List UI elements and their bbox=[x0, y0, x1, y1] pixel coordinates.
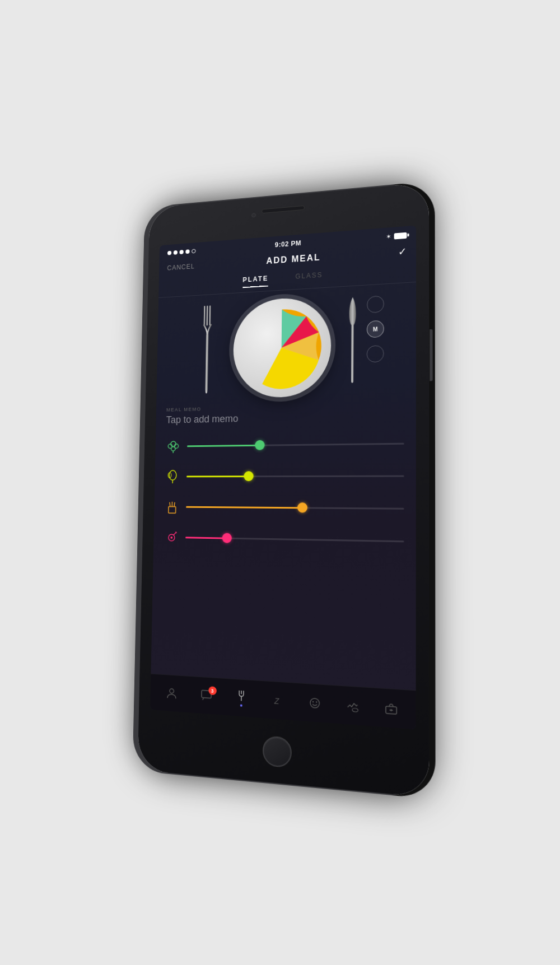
battery-icon bbox=[394, 232, 407, 239]
svg-rect-1 bbox=[207, 305, 208, 325]
pie-chart bbox=[238, 301, 326, 393]
plate-section: M bbox=[156, 282, 416, 403]
page-title: ADD MEAL bbox=[266, 252, 320, 265]
profile-icon bbox=[166, 687, 178, 700]
svg-rect-2 bbox=[209, 305, 211, 325]
tab-plate[interactable]: PLATE bbox=[242, 274, 268, 287]
cancel-button[interactable]: CANCEL bbox=[167, 262, 195, 272]
status-icons: ✶ bbox=[386, 231, 407, 240]
sugar-slider-track[interactable] bbox=[185, 536, 404, 542]
tab-glass[interactable]: GLASS bbox=[295, 271, 323, 283]
carbs-icon bbox=[164, 498, 180, 514]
power-button[interactable] bbox=[430, 329, 432, 381]
carbs-slider-track[interactable] bbox=[186, 506, 404, 509]
volume-up-button[interactable] bbox=[143, 329, 147, 361]
front-camera bbox=[251, 213, 256, 217]
activity-icon bbox=[346, 698, 359, 712]
svg-point-9 bbox=[169, 470, 176, 479]
svg-point-26 bbox=[312, 701, 314, 702]
control-button-m[interactable]: M bbox=[367, 320, 384, 338]
slider-carbs[interactable] bbox=[164, 492, 404, 524]
status-time: 9:02 PM bbox=[275, 239, 301, 249]
screen: 9:02 PM ✶ CANCEL ADD MEAL ✓ PLATE GLASS bbox=[150, 225, 416, 729]
slider-sugar[interactable] bbox=[164, 523, 404, 556]
protein-icon bbox=[165, 468, 180, 484]
phone-body: 9:02 PM ✶ CANCEL ADD MEAL ✓ PLATE GLASS bbox=[138, 182, 430, 798]
signal-dot-4 bbox=[185, 249, 189, 254]
signal-dot-3 bbox=[179, 250, 183, 254]
signal-strength bbox=[167, 249, 196, 255]
control-button-1[interactable] bbox=[367, 295, 384, 313]
svg-rect-12 bbox=[169, 506, 176, 513]
svg-point-25 bbox=[310, 698, 319, 708]
nav-item-profile[interactable] bbox=[166, 687, 178, 700]
svg-point-19 bbox=[170, 688, 174, 693]
bottom-nav: 3 Z bbox=[150, 673, 416, 729]
svg-point-4 bbox=[171, 441, 176, 446]
signal-dot-5 bbox=[192, 249, 195, 253]
svg-rect-0 bbox=[204, 306, 206, 325]
signal-dot-1 bbox=[167, 250, 171, 255]
volume-down-button[interactable] bbox=[142, 369, 146, 400]
knife-icon bbox=[347, 294, 358, 390]
meal-plate bbox=[233, 296, 332, 399]
sleep-icon: Z bbox=[272, 693, 284, 707]
svg-point-18 bbox=[170, 536, 172, 538]
svg-line-13 bbox=[170, 502, 170, 506]
protein-slider-track[interactable] bbox=[186, 474, 404, 477]
mood-icon bbox=[309, 696, 321, 710]
plate-inner bbox=[238, 301, 326, 393]
home-button[interactable] bbox=[263, 735, 292, 767]
svg-point-28 bbox=[352, 708, 358, 712]
nav-item-mood[interactable] bbox=[309, 696, 321, 710]
fork-icon bbox=[197, 302, 217, 394]
bluetooth-icon: ✶ bbox=[386, 232, 391, 240]
slider-vegetables[interactable] bbox=[165, 428, 404, 460]
sugar-icon bbox=[164, 529, 179, 546]
svg-rect-3 bbox=[206, 334, 209, 391]
phone-device: 9:02 PM ✶ CANCEL ADD MEAL ✓ PLATE GLASS bbox=[138, 182, 430, 798]
nav-item-activity[interactable] bbox=[346, 698, 359, 712]
signal-dot-2 bbox=[174, 250, 178, 254]
confirm-button[interactable]: ✓ bbox=[398, 245, 407, 258]
mute-button[interactable] bbox=[144, 300, 147, 319]
top-notch bbox=[230, 202, 338, 216]
nav-item-meals[interactable] bbox=[235, 689, 248, 707]
messages-badge: 3 bbox=[208, 686, 217, 695]
vegetables-icon bbox=[166, 438, 181, 454]
control-button-3[interactable] bbox=[367, 345, 384, 362]
svg-line-15 bbox=[174, 502, 175, 506]
meals-icon bbox=[235, 689, 248, 702]
nav-item-messages[interactable]: 3 bbox=[200, 688, 212, 703]
plate-controls: M bbox=[367, 295, 384, 362]
nav-item-weight[interactable] bbox=[385, 701, 398, 715]
weight-icon bbox=[385, 701, 398, 715]
svg-point-7 bbox=[171, 446, 175, 451]
svg-text:Z: Z bbox=[274, 696, 280, 706]
nav-item-sleep[interactable]: Z bbox=[272, 693, 284, 707]
active-indicator bbox=[240, 704, 242, 706]
svg-point-27 bbox=[316, 701, 317, 703]
sliders-section bbox=[153, 428, 416, 556]
vegetables-slider-track[interactable] bbox=[187, 442, 404, 447]
speaker bbox=[262, 205, 305, 213]
slider-protein[interactable] bbox=[165, 460, 404, 491]
